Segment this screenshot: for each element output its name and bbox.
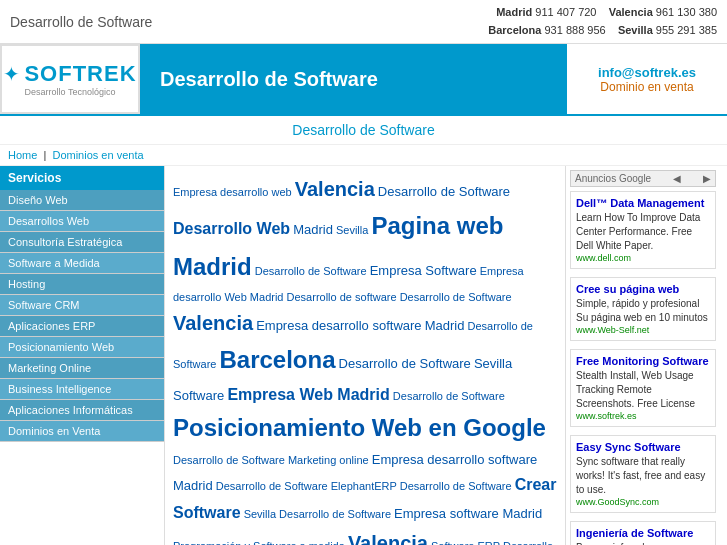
sidebar-item-bi[interactable]: Business Intelligence: [0, 379, 164, 400]
ad-title-3[interactable]: Easy Sync Software: [576, 441, 710, 453]
tag-valencia1[interactable]: Valencia: [295, 178, 375, 200]
ad-link-0: www.dell.com: [576, 253, 710, 263]
header-right: info@softrek.es Dominio en venta: [567, 59, 727, 100]
breadcrumb-home[interactable]: Home: [8, 149, 37, 161]
sidebar-item-crm[interactable]: Software CRM: [0, 295, 164, 316]
ad-block-0: Dell™ Data Management Learn How To Impro…: [570, 191, 716, 269]
tag-elephant[interactable]: ElephantERP: [331, 480, 397, 492]
tag-sevilla1[interactable]: Sevilla: [336, 224, 368, 236]
tag-desarrollo-software9[interactable]: Desarrollo de Software: [216, 480, 328, 492]
sevilla-phone: 955 291 385: [656, 24, 717, 36]
sub-header: Desarrollo de Software: [0, 116, 727, 145]
tag-madrid2[interactable]: Madrid: [425, 318, 465, 333]
ad-title-1[interactable]: Cree su página web: [576, 283, 710, 295]
tag-empresa-web-madrid[interactable]: Empresa Web Madrid: [227, 386, 389, 403]
tag-empresa-software2[interactable]: Empresa software Madrid: [394, 506, 542, 521]
logo-subtitle: Desarrollo Tecnológico: [25, 87, 116, 97]
main: Servicios Diseño Web Desarrollos Web Con…: [0, 166, 727, 545]
header-main-title: Desarrollo de Software: [160, 68, 378, 91]
tag-web1[interactable]: web: [271, 186, 291, 198]
ad-title-2[interactable]: Free Monitoring Software: [576, 355, 710, 367]
tag-desarrollo-software1[interactable]: Desarrollo de Software: [378, 184, 510, 199]
ad-text-1: Simple, rápido y profesional Su página w…: [576, 297, 710, 325]
tag-madrid1[interactable]: Madrid: [293, 222, 333, 237]
logo-icon: ✦: [3, 62, 20, 86]
ad-block-3: Easy Sync Software Sync software that re…: [570, 435, 716, 513]
ad-text-2: Stealth Install, Web Usage Tracking Remo…: [576, 369, 710, 411]
tag-empresa1[interactable]: Empresa: [173, 186, 217, 198]
sidebar-item-hosting[interactable]: Hosting: [0, 274, 164, 295]
tag-cloud: Empresa desarrollo web Valencia Desarrol…: [173, 172, 557, 545]
ad-sidebar: Anuncios Google ◀ ▶ Dell™ Data Managemen…: [565, 166, 720, 545]
ad-nav-right[interactable]: ▶: [703, 173, 711, 184]
sidebar-item-desarrollos[interactable]: Desarrollos Web: [0, 211, 164, 232]
tag-web-madrid[interactable]: Web Madrid: [224, 291, 283, 303]
ad-link-1: www.Web-Self.net: [576, 325, 710, 335]
sidebar-item-erp[interactable]: Aplicaciones ERP: [0, 316, 164, 337]
valencia-label: Valencia: [609, 6, 653, 18]
header-email[interactable]: info@softrek.es: [577, 65, 717, 80]
header-middle: Desarrollo de Software: [140, 44, 567, 114]
barcelona-phone: 931 888 956: [545, 24, 606, 36]
sidebar-item-apps[interactable]: Aplicaciones Informáticas: [0, 400, 164, 421]
ad-link-2: www.softrek.es: [576, 411, 710, 421]
sidebar-item-dominios[interactable]: Dominios en Venta: [0, 421, 164, 442]
sub-header-title: Desarrollo de Software: [292, 122, 434, 138]
top-title: Desarrollo de Software: [10, 14, 152, 30]
tag-desarrollo-software8[interactable]: Desarrollo de Software: [173, 454, 285, 466]
tag-software-erp[interactable]: Software ERP: [431, 540, 500, 545]
ad-title-4[interactable]: Ingeniería de Software: [576, 527, 710, 539]
contact-info: Madrid 911 407 720 Valencia 961 130 380 …: [488, 4, 717, 39]
ad-title-0[interactable]: Dell™ Data Management: [576, 197, 710, 209]
tag-desarrollo-software6[interactable]: Desarrollo de Software: [339, 356, 471, 371]
breadcrumb-separator: |: [43, 149, 46, 161]
sidebar: Servicios Diseño Web Desarrollos Web Con…: [0, 166, 165, 545]
tag-valencia2[interactable]: Valencia: [173, 312, 253, 334]
tag-desarrollo-software10[interactable]: Desarrollo de Software: [400, 480, 512, 492]
tag-valencia3[interactable]: Valencia: [348, 532, 428, 545]
madrid-phone: 911 407 720: [535, 6, 596, 18]
top-bar: Desarrollo de Software Madrid 911 407 72…: [0, 0, 727, 44]
tag-desarrollo-web1[interactable]: Desarrollo Web: [173, 220, 290, 237]
tag-empresa-desarrollo2[interactable]: Empresa desarrollo software: [256, 318, 421, 333]
sidebar-title: Servicios: [0, 166, 164, 190]
ad-nav-left[interactable]: ◀: [673, 173, 681, 184]
ad-block-1: Cree su página web Simple, rápido y prof…: [570, 277, 716, 341]
madrid-label: Madrid: [496, 6, 532, 18]
valencia-phone: 961 130 380: [656, 6, 717, 18]
sidebar-item-software-medida[interactable]: Software a Medida: [0, 253, 164, 274]
ad-text-4: Busque info sobre una empresa de softwar…: [576, 541, 710, 545]
content-area: Empresa desarrollo web Valencia Desarrol…: [165, 166, 565, 545]
barcelona-label: Barcelona: [488, 24, 541, 36]
tag-barcelona[interactable]: Barcelona: [219, 346, 335, 373]
tag-desarrollo-software2[interactable]: Desarrollo de Software: [255, 265, 367, 277]
tag-empresa-software[interactable]: Empresa Software: [370, 263, 477, 278]
logo-name: SOFTREK: [24, 61, 136, 87]
ad-link-3: www.GoodSync.com: [576, 497, 710, 507]
tag-posicionamiento-web[interactable]: Posicionamiento Web en Google: [173, 414, 546, 441]
tag-marketing[interactable]: Marketing online: [288, 454, 369, 466]
tag-desarrollo-software11[interactable]: Desarrollo de Software: [279, 508, 391, 520]
logo-box: ✦ SOFTREK Desarrollo Tecnológico: [0, 44, 140, 114]
sidebar-item-marketing[interactable]: Marketing Online: [0, 358, 164, 379]
tag-desarrollo-de-software7[interactable]: Desarrollo de Software: [393, 390, 505, 402]
ad-block-2: Free Monitoring Software Stealth Install…: [570, 349, 716, 427]
sevilla-label: Sevilla: [618, 24, 653, 36]
ad-block-4: Ingeniería de Software Busque info sobre…: [570, 521, 716, 545]
ad-header: Anuncios Google ◀ ▶: [570, 170, 716, 187]
header: ✦ SOFTREK Desarrollo Tecnológico Desarro…: [0, 44, 727, 116]
header-domain[interactable]: Dominio en venta: [577, 80, 717, 94]
tag-desarrollo1[interactable]: desarrollo: [220, 186, 268, 198]
tag-sevilla2[interactable]: Sevilla: [244, 508, 276, 520]
sidebar-item-posicionamiento[interactable]: Posicionamiento Web: [0, 337, 164, 358]
ad-text-3: Sync software that really works! It's fa…: [576, 455, 710, 497]
tag-desarrollo-de-software4[interactable]: Desarrollo de Software: [400, 291, 512, 303]
breadcrumb: Home | Dominios en venta: [0, 145, 727, 166]
tag-desarrollo-software3[interactable]: Desarrollo de software: [287, 291, 397, 303]
sidebar-item-consultoria[interactable]: Consultoría Estratégica: [0, 232, 164, 253]
breadcrumb-domains[interactable]: Dominios en venta: [52, 149, 143, 161]
ad-text-0: Learn How To Improve Data Center Perform…: [576, 211, 710, 253]
tag-programacion[interactable]: Programación y Software a medida: [173, 540, 345, 545]
sidebar-item-diseno[interactable]: Diseño Web: [0, 190, 164, 211]
ad-header-label: Anuncios Google: [575, 173, 651, 184]
